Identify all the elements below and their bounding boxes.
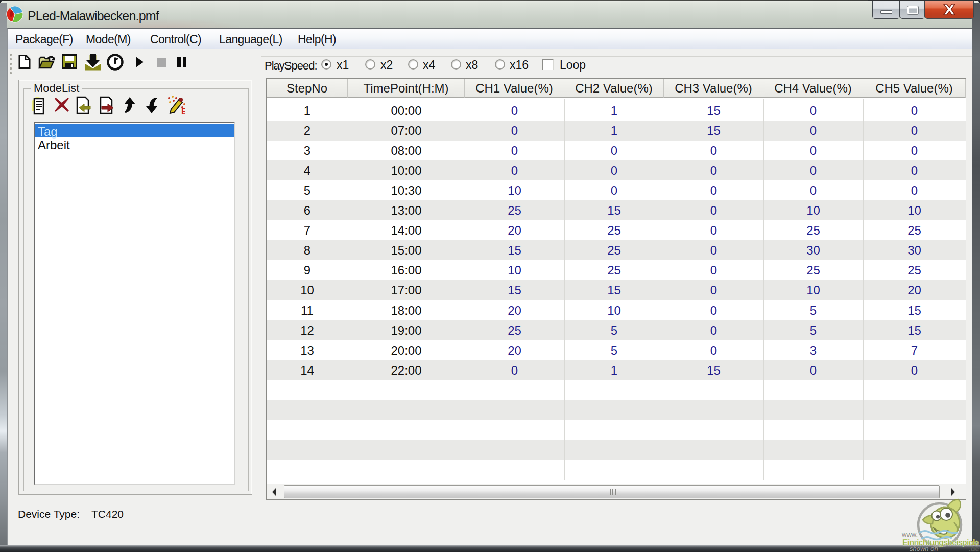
svg-text:E: E [181, 107, 185, 116]
svg-text:www.: www. [901, 531, 918, 538]
svg-text:shown on: shown on [910, 545, 938, 552]
svg-text:.de: .de [969, 545, 979, 552]
